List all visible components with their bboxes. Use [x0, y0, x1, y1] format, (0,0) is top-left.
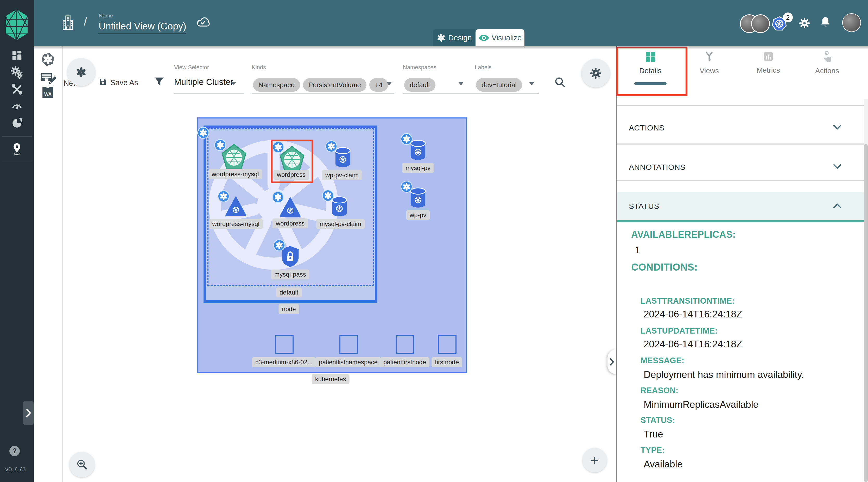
sidebar-expand-button[interactable] — [23, 401, 34, 425]
chevron-up-icon — [833, 203, 842, 210]
namespaces-caret-icon[interactable] — [458, 82, 464, 85]
notifications-bell-icon[interactable] — [819, 16, 831, 30]
zoom-in-button[interactable] — [69, 452, 95, 477]
node-label: mysql-pv — [402, 163, 434, 173]
tab-views[interactable]: Views — [693, 51, 725, 75]
cloud-saved-icon — [196, 16, 210, 30]
node-icon-machine[interactable] — [275, 335, 293, 354]
node-icon-machine[interactable] — [396, 335, 414, 354]
chevron-down-icon — [833, 164, 842, 171]
status-key: MESSAGE: — [641, 356, 684, 365]
actions-pointer-icon — [822, 51, 833, 63]
edit-design-icon[interactable] — [34, 69, 62, 84]
section-divider — [617, 105, 868, 106]
namespaces-chip-row: default — [404, 78, 435, 92]
view-selector-value[interactable]: Multiple Cluster — [174, 77, 233, 87]
view-name-label: Name — [99, 12, 113, 19]
kind-chip[interactable]: Namespace — [253, 78, 300, 92]
section-status[interactable]: STATUS — [617, 192, 864, 220]
search-icon[interactable] — [554, 76, 566, 90]
visualize-mode-button[interactable]: Visualize — [475, 29, 524, 47]
status-value: True — [644, 429, 663, 440]
user-profile-avatar[interactable] — [842, 13, 861, 32]
add-node-button[interactable]: + — [583, 448, 607, 472]
panel-collapse-button[interactable] — [608, 349, 616, 374]
status-key: REASON: — [641, 386, 679, 395]
meshery-logo-icon[interactable] — [5, 9, 28, 42]
kinds-caret-icon[interactable] — [386, 82, 392, 85]
sidebar-item-configuration[interactable] — [0, 83, 34, 95]
status-value: 2024-06-14T16:24:18Z — [644, 309, 742, 320]
collaborator-avatar[interactable] — [751, 14, 770, 33]
status-value: MinimumReplicasAvailable — [644, 399, 758, 410]
tab-metrics[interactable]: Metrics — [752, 51, 784, 74]
wasm-filters-icon[interactable]: WA — [34, 86, 62, 99]
view-selector-label: View Selector — [174, 64, 209, 71]
node-label: mysql-pv-claim — [316, 219, 365, 229]
save-icon — [98, 77, 107, 88]
sidebar-item-lifecycle[interactable] — [0, 66, 34, 79]
labels-caret-icon[interactable] — [529, 82, 535, 85]
machine-label: firstnode — [432, 357, 462, 367]
machine-label: patientlistnamespace — [315, 357, 381, 367]
panel-scrollbar-thumb[interactable] — [864, 144, 868, 482]
organization-icon[interactable] — [62, 14, 74, 32]
node-label: wp-pv — [406, 210, 430, 220]
version-label: v0.7.73 — [5, 465, 26, 473]
sidebar-item-dashboard[interactable] — [0, 50, 34, 61]
section-actions[interactable]: ACTIONS — [617, 114, 864, 142]
kind-chip[interactable]: PersistentVolume — [303, 78, 367, 92]
section-divider — [617, 144, 868, 145]
visualize-mode-label: Visualize — [492, 34, 522, 42]
left-sidebar: ? v0.7.73 — [0, 0, 34, 482]
view-name-underline — [98, 33, 186, 34]
meshery-badge-icon — [322, 189, 334, 202]
node-icon-machine[interactable] — [438, 335, 457, 354]
view-name-input[interactable]: Untitled View (Copy) — [99, 21, 186, 32]
save-as-button[interactable]: Save As — [111, 79, 138, 87]
kubernetes-context-count-badge[interactable]: 2 — [783, 12, 793, 22]
status-value: 2024-06-14T16:24:18Z — [644, 339, 742, 350]
machine-label: c3-medium-x86-02... — [252, 357, 316, 367]
help-button[interactable]: ? — [9, 446, 20, 456]
namespace-chip[interactable]: default — [404, 78, 435, 92]
tab-metrics-label: Metrics — [756, 66, 780, 74]
node-label-group: node — [278, 304, 299, 314]
canvas-settings-gear-button[interactable] — [582, 59, 610, 88]
node-label: wordpress — [273, 218, 308, 229]
section-annotations[interactable]: ANNOTATIONS — [617, 153, 864, 181]
section-actions-label: ACTIONS — [629, 123, 664, 132]
sidebar-item-extensions[interactable] — [0, 117, 34, 130]
cluster-label: kubernetes — [312, 374, 349, 384]
meshery-badge-icon — [197, 127, 209, 139]
status-key: STATUS: — [641, 416, 675, 425]
view-selector-caret-icon[interactable] — [230, 82, 236, 85]
meshery-badge-icon — [401, 133, 412, 145]
visualization-canvas[interactable]: New Save As View Selector Multiple Clust… — [62, 47, 617, 482]
design-mode-button[interactable]: Design — [433, 29, 475, 47]
node-label: mysql-pass — [271, 270, 309, 279]
label-chip[interactable]: dev=tutorial — [476, 78, 522, 92]
namespaces-underline — [403, 93, 475, 93]
node-icon-machine[interactable] — [339, 335, 358, 354]
labels-underline — [475, 93, 539, 93]
sidebar-item-kanvas-location[interactable] — [0, 143, 34, 155]
tab-actions[interactable]: Actions — [811, 51, 843, 75]
metrics-icon — [762, 51, 774, 62]
floating-action-button[interactable] — [67, 58, 95, 86]
status-key: CONDITIONS: — [631, 262, 698, 273]
labels-filter-label: Labels — [475, 64, 492, 71]
meshery-badge-icon — [272, 191, 284, 203]
status-key: AVAILABLEREPLICAS: — [631, 229, 736, 240]
status-key: LASTTRANSITIONTIME: — [641, 296, 735, 306]
status-value: Deployment has minimum availability. — [644, 369, 804, 380]
settings-gear-icon[interactable] — [799, 17, 810, 30]
filter-funnel-icon[interactable] — [154, 77, 164, 89]
kinds-chip-row: Namespace PersistentVolume +4 — [253, 78, 388, 92]
kind-chip-more[interactable]: +4 — [369, 78, 388, 92]
meshery-swirl-icon[interactable] — [34, 52, 62, 67]
annotation-highlight-wordpress — [271, 140, 313, 183]
sidebar-item-performance[interactable] — [0, 99, 34, 112]
sidebar-divider — [2, 161, 32, 161]
section-status-label: STATUS — [629, 202, 659, 211]
